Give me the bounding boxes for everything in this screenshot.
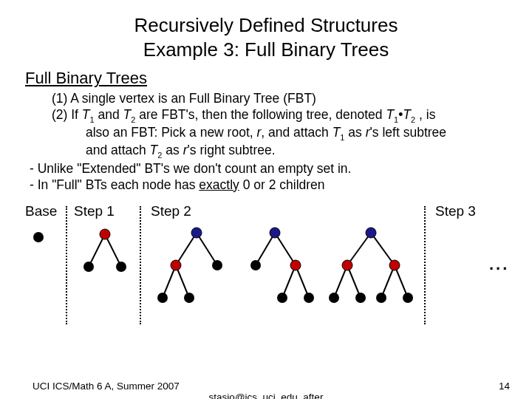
tree-step2-b <box>239 224 328 320</box>
svg-point-32 <box>389 260 400 270</box>
slide-title: Recursively Defined Structures Example 3… <box>21 13 511 61</box>
label-step2: Step 2 <box>151 203 191 219</box>
txt: , and attach <box>261 125 332 140</box>
svg-line-25 <box>371 233 395 265</box>
var-T: T <box>150 143 158 157</box>
svg-point-23 <box>304 293 314 303</box>
body-text: (1) A single vertex is an Full Binary Tr… <box>25 91 511 193</box>
svg-point-34 <box>355 293 366 303</box>
title-line-1: Recursively Defined Structures <box>134 14 398 36</box>
tree-diagram: Base Step 1 Step 2 Step 3 ... <box>25 203 516 329</box>
definition-2: (2) If T1 and T2 are FBT's, then the fol… <box>52 107 511 125</box>
slide: Recursively Defined Structures Example 3… <box>0 0 532 399</box>
footer-center-1: stasio@ics. uci. edu, after <box>209 392 324 399</box>
label-base: Base <box>25 203 57 219</box>
section-heading: Full Binary Trees <box>25 69 511 88</box>
tree-step2-a <box>149 224 238 320</box>
txt: 's right subtree. <box>187 143 275 157</box>
svg-point-11 <box>171 260 181 270</box>
svg-point-35 <box>376 293 386 303</box>
svg-point-22 <box>277 293 287 303</box>
definition-2-cont1: also an FBT: Pick a new root, r, and att… <box>86 125 511 143</box>
label-step1: Step 1 <box>74 203 115 219</box>
svg-point-4 <box>83 262 94 272</box>
bullet-1: - Unlike "Extended" BT's we don't count … <box>30 161 511 177</box>
svg-point-19 <box>270 228 280 238</box>
divider <box>140 206 141 324</box>
svg-point-31 <box>342 260 352 270</box>
txt: , is <box>415 107 435 122</box>
var-T: T <box>332 125 341 140</box>
svg-point-3 <box>100 229 110 239</box>
definition-2-cont2: and attach T2 as r's right subtree. <box>86 143 511 160</box>
txt: 's left subtree <box>370 125 447 140</box>
svg-point-20 <box>250 260 261 270</box>
txt: and <box>95 107 123 122</box>
svg-point-36 <box>403 293 413 303</box>
svg-point-13 <box>157 293 168 303</box>
tree-step1 <box>75 225 134 284</box>
var-T: T <box>123 107 132 122</box>
var-T: T <box>386 107 394 122</box>
svg-line-16 <box>275 233 296 265</box>
svg-point-0 <box>33 232 44 242</box>
txt: also an FBT: Pick a new root, <box>86 125 257 140</box>
txt: 0 or 2 children <box>239 177 325 192</box>
svg-point-21 <box>290 260 301 270</box>
svg-line-15 <box>256 233 275 265</box>
tree-base <box>30 228 52 250</box>
svg-point-14 <box>184 293 194 303</box>
footer-center: stasio@ics. uci. edu, after franklin@uci… <box>0 392 532 399</box>
svg-point-10 <box>191 228 202 238</box>
var-T: T <box>82 107 90 122</box>
txt: as <box>162 143 183 157</box>
divider <box>424 206 426 324</box>
svg-point-12 <box>212 260 222 270</box>
label-step3: Step 3 <box>435 203 476 219</box>
tree-step2-c <box>321 224 424 320</box>
txt: and attach <box>86 143 150 157</box>
txt: are FBT's, then the following tree, deno… <box>135 107 386 122</box>
svg-line-7 <box>197 233 217 265</box>
bullet-2: - In "Full" BTs each node has exactly 0 … <box>30 177 511 194</box>
page-number: 14 <box>499 381 510 392</box>
svg-line-6 <box>176 233 197 265</box>
title-line-2: Example 3: Full Binary Trees <box>143 38 389 61</box>
txt: as <box>344 125 365 140</box>
divider <box>66 206 67 324</box>
svg-point-30 <box>366 228 376 238</box>
svg-line-24 <box>347 233 371 265</box>
svg-point-33 <box>329 293 339 303</box>
footer-left: UCI ICS/Math 6 A, Summer 2007 <box>33 381 180 392</box>
var-T: T <box>403 107 411 122</box>
svg-point-5 <box>116 262 126 272</box>
ellipsis: ... <box>489 255 509 274</box>
txt: (2) If <box>52 107 82 122</box>
txt: - In "Full" BTs each node has <box>30 177 199 192</box>
underlined: exactly <box>199 177 239 192</box>
definition-1: (1) A single vertex is an Full Binary Tr… <box>52 91 511 107</box>
